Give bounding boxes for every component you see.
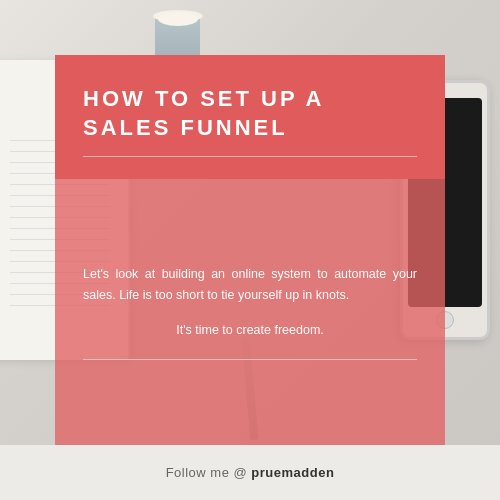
header-divider <box>83 156 417 157</box>
social-handle: pruemadden <box>251 465 334 480</box>
title-line-1: HOW TO SET UP A <box>83 86 324 111</box>
footer-text: Follow me @ pruemadden <box>166 465 335 480</box>
title-line-2: SALES FUNNEL <box>83 115 288 140</box>
card-description: Let's look at building an online system … <box>83 264 417 307</box>
body-divider <box>83 359 417 360</box>
card-body: Let's look at building an online system … <box>55 179 445 445</box>
card-title: HOW TO SET UP A SALES FUNNEL <box>83 85 417 142</box>
card-header: HOW TO SET UP A SALES FUNNEL <box>55 55 445 179</box>
background: HOW TO SET UP A SALES FUNNEL Let's look … <box>0 0 500 500</box>
follow-label: Follow me @ <box>166 465 252 480</box>
main-card: HOW TO SET UP A SALES FUNNEL Let's look … <box>55 55 445 445</box>
card-tagline: It's time to create freedom. <box>83 320 417 341</box>
footer: Follow me @ pruemadden <box>0 445 500 500</box>
